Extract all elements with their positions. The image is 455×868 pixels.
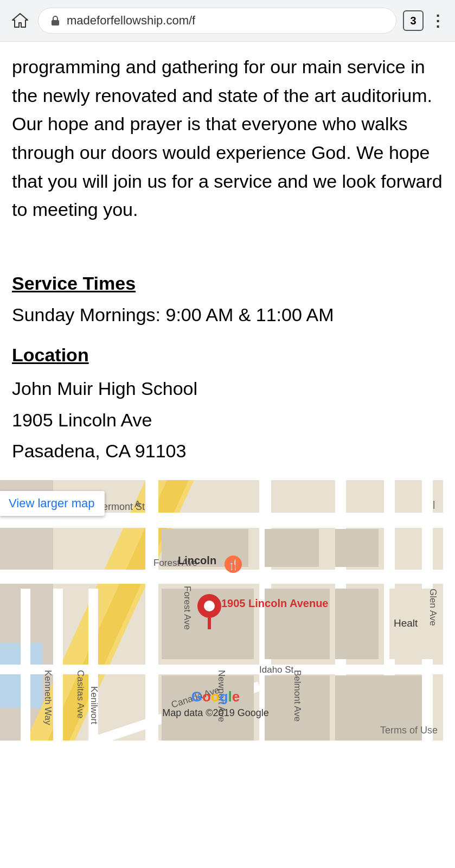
lock-icon bbox=[49, 15, 61, 27]
svg-rect-23 bbox=[335, 589, 379, 659]
svg-rect-7 bbox=[145, 480, 158, 741]
terms-of-use[interactable]: Terms of Use bbox=[380, 725, 438, 736]
svg-text:Casitas Ave: Casitas Ave bbox=[75, 670, 86, 718]
more-menu-button[interactable]: ⋮ bbox=[430, 12, 446, 30]
svg-text:A: A bbox=[134, 499, 141, 509]
svg-text:Lincoln: Lincoln bbox=[178, 554, 216, 566]
map-container[interactable]: 🍴 Forest Ave Forest Ave Newport Ave Belm… bbox=[0, 480, 443, 741]
location-line1: John Muir High School bbox=[12, 373, 443, 405]
svg-text:Idaho St: Idaho St bbox=[259, 665, 294, 675]
google-logo: Google bbox=[191, 688, 240, 705]
svg-rect-20 bbox=[335, 529, 379, 567]
location-line2: 1905 Lincoln Ave bbox=[12, 405, 443, 436]
home-button[interactable] bbox=[9, 9, 31, 32]
browser-bar: madeforfellowship.com/f 3 ⋮ bbox=[0, 0, 455, 42]
svg-rect-12 bbox=[0, 570, 443, 584]
svg-text:|: | bbox=[433, 499, 435, 509]
google-branding: Google Map data ©2019 Google bbox=[162, 688, 268, 719]
intro-paragraph: programming and gathering for our main s… bbox=[12, 53, 443, 224]
url-bar[interactable]: madeforfellowship.com/f bbox=[38, 8, 396, 34]
svg-text:Forest Ave: Forest Ave bbox=[182, 586, 193, 630]
svg-rect-16 bbox=[53, 589, 63, 741]
svg-text:Kenneth Way: Kenneth Way bbox=[43, 670, 53, 725]
svg-text:Belmont Ave: Belmont Ave bbox=[292, 670, 303, 722]
svg-text:🍴: 🍴 bbox=[227, 559, 240, 571]
svg-text:Healt: Healt bbox=[394, 617, 418, 629]
svg-rect-0 bbox=[52, 20, 59, 25]
url-text: madeforfellowship.com/f bbox=[67, 14, 385, 28]
tab-count-badge[interactable]: 3 bbox=[403, 10, 424, 31]
location-block: John Muir High School 1905 Lincoln Ave P… bbox=[12, 373, 443, 467]
location-heading: Location bbox=[12, 344, 443, 366]
map-data-text: Map data ©2019 Google bbox=[162, 707, 268, 719]
pin-label: 1905 Lincoln Avenue bbox=[221, 597, 328, 610]
svg-text:Kenilwort: Kenilwort bbox=[89, 686, 99, 724]
view-larger-map-button[interactable]: View larger map bbox=[0, 491, 105, 516]
svg-rect-19 bbox=[265, 529, 319, 567]
location-line3: Pasadena, CA 91103 bbox=[12, 436, 443, 467]
svg-point-31 bbox=[204, 601, 215, 611]
page-content: programming and gathering for our main s… bbox=[0, 42, 455, 467]
svg-text:Glen Ave: Glen Ave bbox=[428, 589, 438, 626]
service-times-heading: Service Times bbox=[12, 273, 443, 294]
service-times-body: Sunday Mornings: 9:00 AM & 11:00 AM bbox=[12, 301, 443, 329]
svg-rect-15 bbox=[21, 589, 30, 741]
